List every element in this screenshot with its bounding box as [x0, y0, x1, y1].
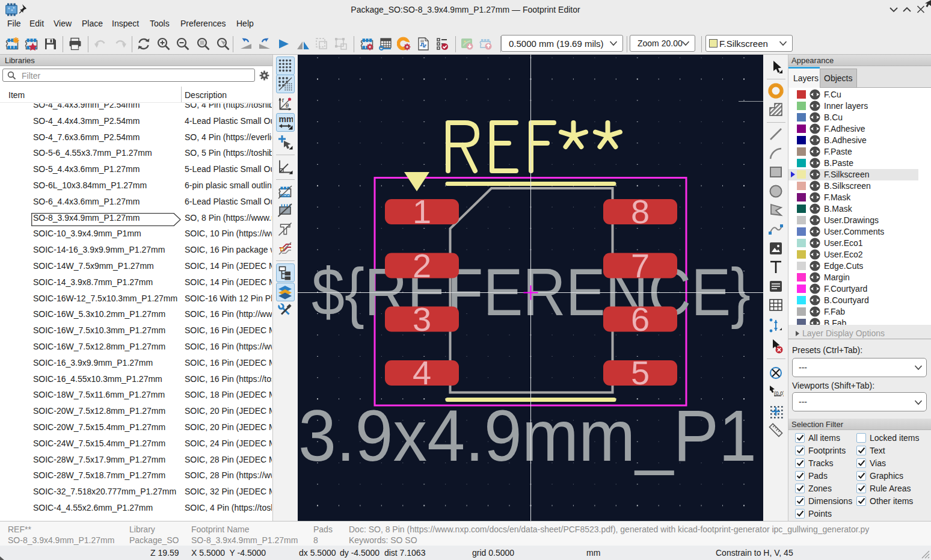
svg-text:8: 8 — [631, 192, 650, 230]
svg-text:θ: θ — [286, 102, 289, 109]
svg-text:r: r — [282, 97, 284, 103]
svg-text:7: 7 — [631, 247, 650, 285]
svg-text:1: 1 — [413, 192, 431, 230]
svg-text:mm: mm — [279, 114, 293, 124]
svg-text:4: 4 — [413, 354, 431, 392]
svg-text:2: 2 — [413, 247, 431, 285]
svg-text:5: 5 — [631, 354, 650, 392]
svg-text:6: 6 — [631, 300, 650, 338]
svg-text:3: 3 — [413, 300, 431, 338]
svg-text:3.9x4.9mm_P1: 3.9x4.9mm_P1 — [298, 395, 757, 476]
